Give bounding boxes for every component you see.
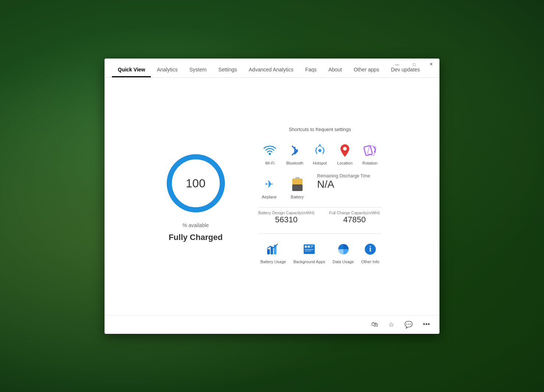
discharge-section: Remaining Discharge Time N/A	[317, 173, 370, 190]
location-label: Location	[337, 161, 353, 165]
other-info-icon: i	[361, 240, 379, 258]
rotation-label: Rotation	[362, 161, 377, 165]
design-capacity: Battery Design Capacity(mWH) 56310	[258, 211, 315, 225]
minimize-button[interactable]: —	[389, 59, 406, 70]
svg-point-3	[318, 149, 321, 152]
nav-item-about[interactable]: About	[322, 63, 348, 77]
svg-rect-19	[311, 246, 314, 246]
battery-usage-shortcut[interactable]: Battery Usage	[258, 238, 289, 266]
nav-item-analytics[interactable]: Analytics	[151, 63, 183, 77]
svg-rect-22	[305, 251, 311, 251]
airplane-label: Airplane	[262, 195, 276, 199]
info-panel: Shortcuts to frequent settings Wi-Fi Blu…	[258, 127, 382, 266]
design-capacity-label: Battery Design Capacity(mWH)	[258, 211, 315, 215]
svg-text:i: i	[369, 245, 371, 253]
design-capacity-value: 56310	[275, 215, 297, 225]
shortcuts-title: Shortcuts to frequent settings	[258, 127, 382, 132]
background-apps-label: Background Apps	[293, 259, 325, 264]
nav-item-settings[interactable]: Settings	[212, 63, 243, 77]
maximize-button[interactable]: □	[406, 59, 423, 70]
airplane-icon: ✈	[261, 176, 278, 193]
svg-rect-20	[311, 247, 312, 248]
nav-item-system[interactable]: System	[183, 63, 212, 77]
bottom-shortcuts: Battery Usage Background Apps Data Usage…	[258, 233, 382, 266]
close-button[interactable]: ✕	[423, 59, 439, 70]
full-capacity-value: 47850	[343, 215, 366, 225]
data-usage-icon	[335, 240, 352, 258]
shortcuts-row1: Wi-Fi Bluetooth Hotspot Location Rotatio…	[258, 140, 382, 167]
svg-point-2	[269, 153, 271, 155]
rotation-shortcut[interactable]: Rotation	[359, 140, 381, 167]
battery-usage-icon	[264, 240, 282, 258]
battery-percent-display: 100	[186, 177, 205, 189]
svg-rect-10	[295, 177, 300, 179]
battery-ring: 100	[163, 150, 229, 216]
location-shortcut[interactable]: Location	[334, 140, 356, 167]
other-info-label: Other Info	[361, 259, 379, 264]
wifi-icon	[261, 142, 279, 159]
capacity-row: Battery Design Capacity(mWH) 56310 Full …	[258, 207, 382, 227]
bluetooth-label: Bluetooth	[286, 161, 303, 165]
battery-label: Battery	[291, 195, 304, 199]
footer: 🛍 ☆ 💬 •••	[105, 315, 439, 334]
nav-item-faqs[interactable]: Faqs	[299, 63, 322, 77]
discharge-value: N/A	[317, 179, 370, 190]
hotspot-label: Hotspot	[313, 161, 327, 165]
chat-button[interactable]: 💬	[402, 318, 415, 331]
battery-ring-section: 100 % available Fully Charged	[163, 150, 229, 242]
svg-rect-21	[305, 249, 314, 250]
star-button[interactable]: ☆	[386, 318, 396, 331]
battery-percent: 100	[186, 177, 205, 190]
store-button[interactable]: 🛍	[369, 318, 380, 331]
wifi-label: Wi-Fi	[265, 161, 275, 165]
full-capacity: Full Charge Capacity(mWH) 47850	[329, 211, 380, 225]
rotation-icon	[361, 142, 379, 159]
svg-point-7	[343, 147, 347, 151]
wifi-shortcut[interactable]: Wi-Fi	[259, 140, 281, 167]
battery-status: Fully Charged	[169, 233, 223, 242]
app-window: — □ ✕ Quick ViewAnalyticsSystemSettingsA…	[105, 59, 439, 334]
full-capacity-label: Full Charge Capacity(mWH)	[329, 211, 380, 215]
discharge-label: Remaining Discharge Time	[317, 173, 370, 179]
svg-rect-13	[267, 249, 270, 254]
airplane-shortcut[interactable]: ✈ Airplane	[258, 173, 280, 201]
battery-icon	[289, 176, 306, 193]
hotspot-icon	[311, 142, 329, 159]
other-info-shortcut[interactable]: i Other Info	[359, 238, 382, 266]
svg-rect-17	[305, 246, 307, 248]
available-label: % available	[183, 222, 209, 228]
svg-rect-18	[308, 246, 310, 248]
svg-rect-12	[292, 184, 303, 191]
titlebar: — □ ✕	[389, 59, 439, 70]
nav-item-other-apps[interactable]: Other apps	[348, 63, 385, 77]
hotspot-shortcut[interactable]: Hotspot	[309, 140, 331, 167]
data-usage-shortcut[interactable]: Data Usage	[330, 238, 356, 266]
main-content: 100 % available Fully Charged Shortcuts …	[105, 78, 439, 315]
nav-item-quick-view[interactable]: Quick View	[112, 63, 151, 77]
background-apps-icon	[300, 240, 318, 258]
bluetooth-icon	[286, 142, 304, 159]
nav-item-advanced-analytics[interactable]: Advanced Analytics	[243, 63, 299, 77]
svg-rect-14	[271, 247, 273, 254]
battery-shortcut[interactable]: Battery	[286, 173, 308, 201]
battery-usage-label: Battery Usage	[261, 259, 286, 264]
bluetooth-shortcut[interactable]: Bluetooth	[284, 140, 306, 167]
data-usage-label: Data Usage	[332, 259, 354, 264]
row2: ✈ Airplane Battery Remaining Discharge T…	[258, 173, 382, 201]
location-icon	[336, 142, 354, 159]
more-button[interactable]: •••	[421, 318, 432, 331]
background-apps-shortcut[interactable]: Background Apps	[291, 238, 327, 266]
